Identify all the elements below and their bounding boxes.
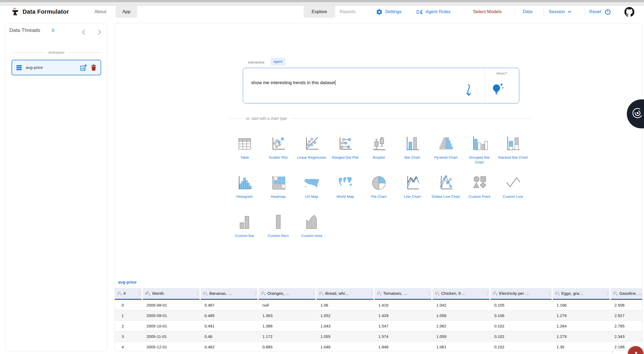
chart-type-custom-area[interactable]: Custom Area <box>295 211 328 251</box>
prompt-tab-interactive[interactable]: interactive <box>248 60 265 64</box>
chart-type-histogram[interactable]: Histogram <box>228 172 261 211</box>
data-threads-panel: Data Threads 0 workspace avg-price <box>5 23 107 351</box>
chart-type-bar-chart[interactable]: Bar Chart <box>396 133 429 172</box>
column-header-eggs-gra-[interactable]: 123Eggs, gra… <box>553 288 610 300</box>
agent-rules-button[interactable]: Agent Rules <box>416 6 451 18</box>
column-header-electricity-per-[interactable]: 123Electricity per … <box>491 288 552 300</box>
nav-about-link[interactable]: About <box>94 6 106 18</box>
chart-type-ranged-dot-plot[interactable]: Ranged Dot Plot <box>328 133 362 172</box>
dataset-item-avg-price[interactable]: avg-price <box>12 60 101 75</box>
chart-type-linear-regression[interactable]: Linear Regression <box>295 133 328 172</box>
sort-icon[interactable] <box>138 290 141 296</box>
chart-type-scatter-plot[interactable]: Scatter Plot <box>261 133 295 172</box>
expand-right-icon[interactable] <box>96 29 103 36</box>
table-cell: 1.056 <box>433 310 491 321</box>
sort-icon[interactable] <box>427 290 430 296</box>
custom-bar-icon <box>235 211 255 233</box>
prompt-input-value: show me interesting trends in this datas… <box>251 80 335 85</box>
chart-type-custom-bar[interactable]: Custom Bar <box>228 211 261 251</box>
sort-icon[interactable] <box>369 290 372 296</box>
table-cell: 2005-08-01 <box>143 300 201 310</box>
chart-type-grouped-bar-chart[interactable]: Grouped Bar Chart <box>463 133 496 172</box>
nav-tab-explore[interactable]: Explore <box>303 6 335 18</box>
table-row: 12005-09-010.4851.3631.0521.4291.0560.10… <box>115 310 642 321</box>
table-cell: 1.429 <box>375 310 433 321</box>
column-header-bananas-[interactable]: 123Bananas, … <box>201 288 258 300</box>
column-header-oranges-[interactable]: 123Oranges, … <box>259 288 316 300</box>
power-icon <box>604 8 611 15</box>
chart-type-table[interactable]: Table <box>228 133 261 172</box>
table-cell: 1.042 <box>433 300 491 310</box>
nav-divider <box>544 8 544 15</box>
pyramid-chart-icon <box>436 133 456 155</box>
chart-type-custom-rect[interactable]: Custom Rect <box>261 211 295 251</box>
dotted-line-chart-icon <box>436 172 456 194</box>
pie-chart-icon <box>369 172 389 194</box>
column-label: Eggs, gra… <box>561 291 583 296</box>
number-type-icon: 123 <box>377 291 381 296</box>
table-cell: 1.052 <box>317 310 375 321</box>
collapse-left-icon[interactable] <box>80 29 87 36</box>
submit-arrow-icon[interactable] <box>464 84 474 97</box>
table-cell: 0.485 <box>201 310 259 321</box>
ideas-lightbulb-icon[interactable] <box>491 83 504 96</box>
table-cell: 2005-09-01 <box>143 310 201 321</box>
prompt-tab-agent[interactable]: agent <box>270 58 286 66</box>
ideas-label: ideas? <box>485 71 518 75</box>
chart-type-boxplot[interactable]: Boxplot <box>362 133 396 172</box>
table-cell: 1.043 <box>317 321 375 331</box>
column-header-tomatoes-[interactable]: 123Tomatoes, … <box>375 288 431 300</box>
us-map-icon <box>302 172 322 194</box>
chart-type-grid: Table Scatter Plot <box>228 133 530 251</box>
data-button[interactable]: Data <box>523 6 532 18</box>
chart-type-custom-point[interactable]: Custom Point <box>463 172 496 211</box>
column-header-gasoline-[interactable]: 123Gasoline, … <box>611 288 642 300</box>
sort-icon[interactable] <box>312 290 314 296</box>
chevron-down-icon <box>567 9 572 14</box>
column-header-#[interactable]: 123# <box>115 288 142 300</box>
sort-icon[interactable] <box>606 290 609 296</box>
chart-type-pie-chart[interactable]: Pie Chart <box>362 172 396 211</box>
column-header-chicken-fr-[interactable]: 123Chicken, fr… <box>433 288 489 300</box>
column-label: Gasoline, … <box>619 291 642 296</box>
sort-icon[interactable] <box>548 290 551 296</box>
column-label: Oranges, … <box>267 291 290 296</box>
chart-type-pyramid-chart[interactable]: Pyramid Chart <box>429 133 463 172</box>
chart-type-world-map[interactable]: World Map <box>328 172 362 211</box>
delete-dataset-button[interactable] <box>90 64 97 71</box>
github-icon <box>624 7 634 17</box>
trash-icon <box>90 64 97 71</box>
custom-area-icon <box>302 211 322 233</box>
table-cell: 3 <box>115 331 143 341</box>
table-cell: 0.102 <box>491 342 553 351</box>
chart-type-dotted-line-chart[interactable]: Dotted Line Chart <box>429 172 463 211</box>
column-header-bread-whi-[interactable]: 123Bread, whi… <box>317 288 374 300</box>
chart-type-heatmap[interactable]: Heatmap <box>261 172 295 211</box>
sort-icon[interactable] <box>485 290 488 296</box>
sort-icon[interactable] <box>254 290 257 296</box>
table-cell: 1.279 <box>553 310 611 321</box>
sort-icon[interactable] <box>196 290 199 296</box>
column-header-month[interactable]: ABCMonth <box>143 288 200 300</box>
table-cell: 0.102 <box>491 331 553 341</box>
chart-type-us-map[interactable]: US Map <box>295 172 328 211</box>
chart-type-line-chart[interactable]: Line Chart <box>396 172 429 211</box>
settings-button[interactable]: Settings <box>376 6 401 18</box>
nav-tab-reports[interactable]: Reports <box>340 6 356 18</box>
prompt-input[interactable]: show me interesting trends in this datas… <box>251 80 336 85</box>
session-menu-button[interactable]: Session <box>549 6 572 18</box>
reset-label: Reset <box>589 9 601 14</box>
chart-type-custom-line[interactable]: Custom Line <box>496 172 530 211</box>
table-cell: 1.363 <box>259 310 317 321</box>
nav-tab-app[interactable]: App <box>116 6 137 18</box>
github-link[interactable] <box>624 6 634 18</box>
table-cell: 1.062 <box>433 321 491 331</box>
create-chart-button[interactable] <box>80 64 87 71</box>
chart-type-divider-label: or, start with a chart type <box>246 116 287 121</box>
reset-button[interactable]: Reset <box>589 6 611 18</box>
chart-type-stacked-bar-chart[interactable]: Stacked Bar Chart <box>496 133 530 172</box>
number-type-icon: 123 <box>555 291 559 296</box>
select-models-button[interactable]: Select Models <box>473 6 502 18</box>
table-cell: 2005-12-01 <box>143 342 201 351</box>
data-threads-title: Data Threads <box>9 27 40 33</box>
